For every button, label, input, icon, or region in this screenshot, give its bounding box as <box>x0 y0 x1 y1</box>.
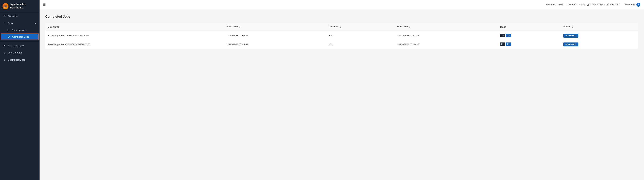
cell-end-time: 2020-05-28 07:46:35 <box>394 40 497 49</box>
logo-icon: 🦔 <box>4 4 7 8</box>
sidebar-header: 🦔 Apache Flink Dashboard <box>0 0 40 13</box>
cell-status: FINISHED <box>560 40 638 49</box>
table-header-row: Job Name Start Time ▲▼ Duration ▲▼ End T… <box>45 23 638 31</box>
message-info: Message: <box>625 3 636 6</box>
cell-start-time: 2020-05-28 07:45:52 <box>223 40 326 49</box>
cell-tasks: 15 15 <box>497 31 560 40</box>
overview-icon: ◎ <box>3 15 6 18</box>
sidebar-label-overview: Overview <box>8 15 37 18</box>
task-badge-total: 21 <box>500 43 505 46</box>
cell-job-name: BeamApp-urban-0528054640-7483cf5f <box>45 31 223 40</box>
sidebar-item-overview[interactable]: ◎ Overview <box>0 13 40 20</box>
col-header-status[interactable]: Status ▲▼ <box>560 23 638 31</box>
sidebar-item-task-managers[interactable]: ⊞ Task Managers <box>0 42 40 49</box>
sidebar: 🦔 Apache Flink Dashboard ◎ Overview ≡ Jo… <box>0 0 40 180</box>
sort-arrows-end-time: ▲▼ <box>409 25 411 29</box>
app-title: Apache Flink Dashboard <box>10 3 37 9</box>
sidebar-item-job-manager[interactable]: ⊟ Job Manager <box>0 49 40 56</box>
status-badge: FINISHED <box>563 34 578 38</box>
table-row[interactable]: BeamApp-urban-0528054640-7483cf5f 2020-0… <box>45 31 638 40</box>
sidebar-item-submit-new-job[interactable]: ↓ Submit New Job <box>0 56 40 63</box>
cell-end-time: 2020-05-28 07:47:23 <box>394 31 497 40</box>
table-header: Job Name Start Time ▲▼ Duration ▲▼ End T… <box>45 23 638 31</box>
running-jobs-icon: ▷ <box>7 29 10 32</box>
sort-arrows-start-time: ▲▼ <box>239 25 240 29</box>
task-badge-total: 15 <box>500 34 505 37</box>
version-info: Version: 1.10.0 <box>546 3 562 6</box>
jobs-icon: ≡ <box>3 22 6 25</box>
table-body: BeamApp-urban-0528054640-7483cf5f 2020-0… <box>45 31 638 49</box>
task-badge-done: 21 <box>506 43 511 46</box>
task-managers-icon: ⊞ <box>3 44 6 47</box>
topbar: ☰ Version: 1.10.0 Commit: aa4eb8f @ 07.0… <box>40 0 644 9</box>
main-area: ☰ Version: 1.10.0 Commit: aa4eb8f @ 07.0… <box>40 0 644 180</box>
sidebar-item-completed-jobs[interactable]: ⊙ Completed Jobs <box>1 34 39 40</box>
status-badge: FINISHED <box>563 43 578 47</box>
info-badge[interactable]: i <box>636 3 640 7</box>
sidebar-label-job-manager: Job Manager <box>8 51 37 54</box>
completed-jobs-icon: ⊙ <box>7 35 10 38</box>
topbar-right: Version: 1.10.0 Commit: aa4eb8f @ 07.02.… <box>546 3 640 7</box>
col-header-job-name: Job Name <box>45 23 223 31</box>
cell-status: FINISHED <box>560 31 638 40</box>
jobs-caret-icon: ▲ <box>35 22 37 24</box>
sidebar-label-task-managers: Task Managers <box>8 44 37 47</box>
sidebar-item-jobs[interactable]: ≡ Jobs ▲ <box>0 20 40 27</box>
nav-divider <box>0 41 40 41</box>
completed-jobs-table-container: Job Name Start Time ▲▼ Duration ▲▼ End T… <box>45 23 638 49</box>
sidebar-item-running-jobs[interactable]: ▷ Running Jobs <box>0 27 40 33</box>
col-header-start-time[interactable]: Start Time ▲▼ <box>223 23 326 31</box>
content-area: Completed Jobs Job Name Start Time ▲▼ Du… <box>40 9 644 180</box>
commit-label: Commit: <box>568 3 577 6</box>
cell-duration: 37s <box>326 31 394 40</box>
sidebar-label-running-jobs: Running Jobs <box>12 29 37 32</box>
commit-info: Commit: aa4eb8f @ 07.02.2020 @ 19:18:19 … <box>568 3 620 6</box>
page-title: Completed Jobs <box>45 15 638 19</box>
menu-icon[interactable]: ☰ <box>43 3 46 6</box>
cell-job-name: BeamApp-urban-0528054545-93bb0225 <box>45 40 223 49</box>
sort-arrows-duration: ▲▼ <box>340 25 342 29</box>
topbar-left: ☰ <box>43 3 46 6</box>
version-label: Version: <box>546 3 555 6</box>
version-value: 1.10.0 <box>556 3 562 6</box>
sort-arrows-status: ▲▼ <box>572 25 574 29</box>
cell-duration: 43s <box>326 40 394 49</box>
sidebar-label-completed-jobs: Completed Jobs <box>12 36 36 38</box>
job-manager-icon: ⊟ <box>3 51 6 54</box>
cell-start-time: 2020-05-28 07:46:45 <box>223 31 326 40</box>
message-label: Message: <box>625 3 636 6</box>
submit-new-job-icon: ↓ <box>3 58 6 61</box>
sidebar-label-submit-new-job: Submit New Job <box>8 59 37 61</box>
table-row[interactable]: BeamApp-urban-0528054545-93bb0225 2020-0… <box>45 40 638 49</box>
task-badge-done: 15 <box>506 34 511 37</box>
col-header-tasks: Tasks <box>497 23 560 31</box>
app-logo: 🦔 <box>2 3 8 9</box>
commit-value: aa4eb8f @ 07.02.2020 @ 19:18:19 CET <box>578 3 620 6</box>
cell-tasks: 21 21 <box>497 40 560 49</box>
col-header-end-time[interactable]: End Time ▲▼ <box>394 23 497 31</box>
sidebar-label-jobs: Jobs <box>8 22 33 25</box>
col-header-duration[interactable]: Duration ▲▼ <box>326 23 394 31</box>
completed-jobs-table: Job Name Start Time ▲▼ Duration ▲▼ End T… <box>45 23 638 49</box>
